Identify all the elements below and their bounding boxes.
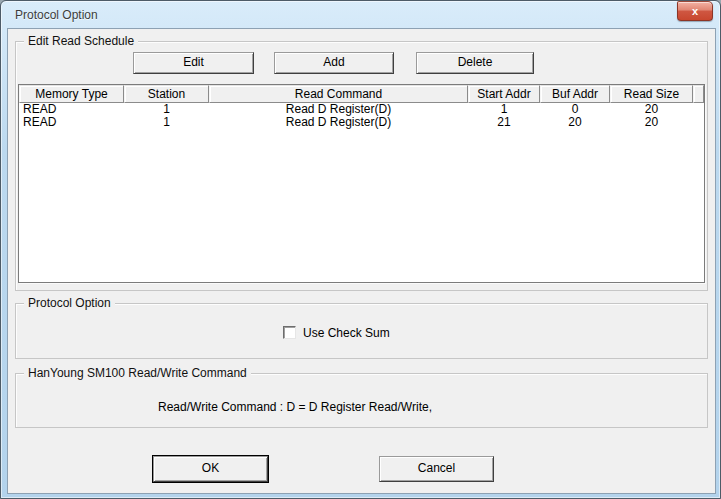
protocol-option-group-label: Protocol Option [24, 296, 115, 310]
close-button[interactable]: x [677, 1, 713, 21]
cell-read-size: 20 [610, 116, 693, 129]
cell-read-command: Read D Register(D) [209, 103, 468, 116]
window-title: Protocol Option [15, 8, 98, 22]
cell-buf-addr: 20 [540, 116, 610, 129]
cell-start-addr: 21 [468, 116, 540, 129]
column-header-memory-type[interactable]: Memory Type [19, 85, 124, 103]
command-info-group-label: HanYoung SM100 Read/Write Command [24, 366, 251, 380]
delete-button[interactable]: Delete [416, 52, 534, 74]
use-check-sum-checkbox[interactable] [283, 326, 296, 339]
column-header-station[interactable]: Station [124, 85, 209, 103]
table-row[interactable]: READ1Read D Register(D)212020 [19, 116, 704, 129]
command-info-text: Read/Write Command : D = D Register Read… [158, 400, 432, 414]
cell-buf-addr: 0 [540, 103, 610, 116]
ok-button[interactable]: OK [153, 456, 268, 482]
read-schedule-list[interactable]: Memory TypeStationRead CommandStart Addr… [18, 84, 705, 283]
edit-button[interactable]: Edit [133, 52, 254, 74]
cell-read-size: 20 [610, 103, 693, 116]
table-header: Memory TypeStationRead CommandStart Addr… [19, 85, 704, 103]
cell-start-addr: 1 [468, 103, 540, 116]
use-check-sum-label[interactable]: Use Check Sum [303, 326, 390, 340]
cell-read-command: Read D Register(D) [209, 116, 468, 129]
table-body: READ1Read D Register(D)1020READ1Read D R… [19, 103, 704, 129]
cell-station: 1 [124, 116, 209, 129]
column-header-filler [693, 85, 704, 103]
column-header-start-addr[interactable]: Start Addr [468, 85, 540, 103]
column-header-read-size[interactable]: Read Size [610, 85, 693, 103]
table-row[interactable]: READ1Read D Register(D)1020 [19, 103, 704, 116]
titlebar[interactable]: Protocol Option x [1, 1, 720, 28]
column-header-buf-addr[interactable]: Buf Addr [540, 85, 610, 103]
dialog-client-area: Edit Read Schedule Edit Add Delete Memor… [7, 28, 716, 494]
cell-station: 1 [124, 103, 209, 116]
edit-read-schedule-group-label: Edit Read Schedule [24, 34, 138, 48]
column-header-read-command[interactable]: Read Command [209, 85, 468, 103]
close-icon: x [692, 5, 698, 17]
protocol-option-dialog: Protocol Option x Edit Read Schedule Edi… [0, 0, 721, 499]
add-button[interactable]: Add [274, 52, 394, 74]
cell-memory-type: READ [19, 103, 124, 116]
cancel-button[interactable]: Cancel [379, 456, 494, 482]
cell-memory-type: READ [19, 116, 124, 129]
